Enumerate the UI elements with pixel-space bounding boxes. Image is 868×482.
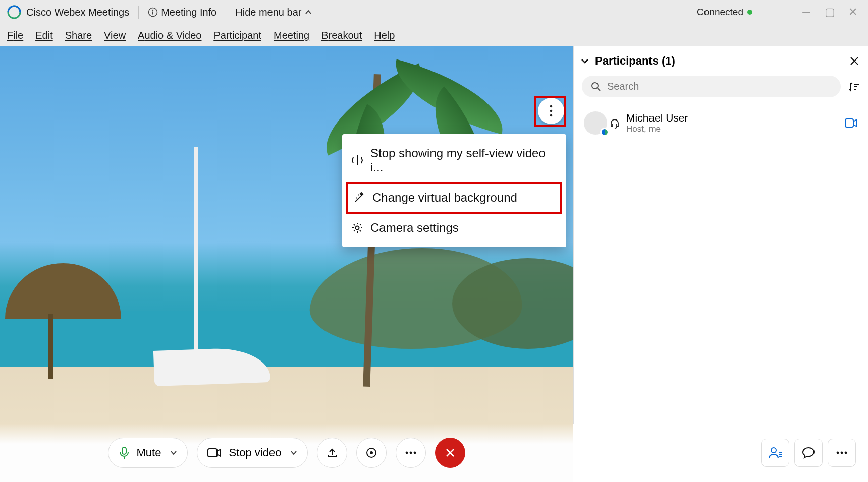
menu-view[interactable]: View (104, 30, 126, 41)
svg-point-3 (152, 10, 153, 11)
title-bar: Cisco Webex Meetings Meeting Info Hide m… (0, 0, 868, 24)
participants-panel: Participants (1) (573, 46, 868, 482)
svg-point-18 (771, 448, 776, 453)
avatar (584, 111, 607, 135)
maximize-button[interactable]: ▢ (822, 6, 838, 19)
ellipsis-icon (405, 451, 417, 454)
panel-buttons-row (573, 424, 868, 482)
participant-video-icon[interactable] (845, 118, 858, 128)
headset-icon (609, 117, 620, 129)
sort-participants-button[interactable] (848, 81, 860, 93)
menu-item-camera-settings[interactable]: Camera settings (346, 214, 562, 242)
hide-menu-bar-button[interactable]: Hide menu bar (235, 7, 312, 18)
connected-label: Connected (697, 7, 743, 18)
close-window-button[interactable]: ✕ (845, 6, 861, 19)
close-panel-button[interactable] (850, 56, 859, 66)
participant-role: Host, me (626, 124, 688, 134)
chevron-down-icon[interactable] (170, 449, 177, 456)
menu-item-label: Stop showing my self-view video i... (370, 146, 557, 174)
mute-label: Mute (137, 446, 161, 459)
svg-point-20 (841, 452, 843, 454)
meeting-controls-dock: Mute Stop video (0, 424, 573, 482)
svg-point-7 (550, 114, 553, 117)
webex-logo-icon (7, 5, 21, 19)
participant-name: Michael User (626, 112, 688, 124)
svg-point-14 (410, 452, 412, 454)
separator (138, 6, 139, 19)
menu-participant[interactable]: Participant (213, 30, 261, 41)
kebab-icon (550, 105, 553, 117)
share-content-button[interactable] (317, 438, 347, 468)
menu-edit[interactable]: Edit (35, 30, 52, 41)
mute-button[interactable]: Mute (108, 438, 188, 468)
meeting-info-label: Meeting Info (161, 7, 216, 18)
self-view-video: Stop showing my self-view video i... Cha… (0, 46, 573, 482)
mirror-icon (351, 154, 363, 166)
self-view-context-menu: Stop showing my self-view video i... Cha… (342, 134, 566, 247)
stop-video-button[interactable]: Stop video (197, 438, 308, 468)
menu-file[interactable]: File (7, 30, 23, 41)
gear-icon (351, 222, 363, 234)
menu-audio-video[interactable]: Audio & Video (138, 30, 201, 41)
svg-rect-10 (208, 449, 217, 457)
window-controls: ─ ▢ ✕ (798, 6, 861, 19)
self-view-options-button[interactable] (538, 98, 564, 124)
svg-rect-4 (152, 12, 153, 15)
share-icon (326, 447, 338, 459)
separator (226, 6, 226, 19)
svg-point-5 (550, 105, 553, 108)
connection-status: Connected (697, 7, 752, 18)
menu-share[interactable]: Share (65, 30, 92, 41)
participants-search[interactable] (582, 76, 841, 97)
chevron-up-icon (304, 8, 312, 16)
chevron-down-icon[interactable] (290, 449, 297, 456)
participants-title: Participants (1) (595, 54, 675, 68)
menu-item-change-virtual-background[interactable]: Change virtual background (346, 182, 562, 214)
participants-list: Michael User Host, me (574, 104, 868, 440)
magic-wand-icon (353, 192, 365, 204)
close-icon (445, 448, 455, 458)
menu-help[interactable]: Help (374, 30, 395, 41)
search-icon (591, 82, 601, 92)
menu-bar: File Edit Share View Audio & Video Parti… (0, 24, 868, 46)
camera-icon (207, 448, 222, 458)
microphone-icon (119, 446, 130, 459)
separator (771, 6, 771, 19)
svg-point-15 (414, 452, 416, 454)
svg-point-12 (370, 451, 373, 454)
menu-item-label: Change virtual background (372, 191, 517, 205)
svg-point-16 (592, 83, 598, 89)
menu-breakout[interactable]: Breakout (321, 30, 362, 41)
search-input[interactable] (607, 81, 832, 92)
svg-point-8 (356, 226, 359, 230)
participants-button[interactable] (761, 439, 789, 467)
end-meeting-button[interactable] (435, 438, 465, 468)
info-icon (148, 7, 158, 17)
record-icon (365, 447, 377, 459)
svg-rect-9 (122, 447, 126, 454)
meeting-info-button[interactable]: Meeting Info (148, 7, 216, 18)
status-dot-icon (747, 10, 752, 15)
app-name: Cisco Webex Meetings (26, 7, 129, 18)
svg-point-13 (406, 452, 408, 454)
participant-row[interactable]: Michael User Host, me (582, 107, 860, 139)
svg-point-6 (550, 110, 553, 112)
chat-button[interactable] (794, 439, 823, 467)
svg-rect-17 (845, 119, 853, 127)
minimize-button[interactable]: ─ (798, 6, 815, 19)
stop-video-label: Stop video (229, 446, 281, 459)
panel-more-button[interactable] (828, 439, 856, 467)
collapse-panel-button[interactable] (580, 56, 590, 66)
menu-meeting[interactable]: Meeting (274, 30, 309, 41)
menu-item-label: Camera settings (370, 221, 459, 235)
svg-point-19 (837, 452, 839, 454)
more-options-button[interactable] (396, 438, 426, 468)
hide-menu-label: Hide menu bar (235, 7, 301, 18)
record-button[interactable] (356, 438, 387, 468)
svg-point-21 (845, 452, 847, 454)
menu-item-stop-selfview[interactable]: Stop showing my self-view video i... (346, 139, 562, 182)
presence-icon (600, 128, 609, 137)
